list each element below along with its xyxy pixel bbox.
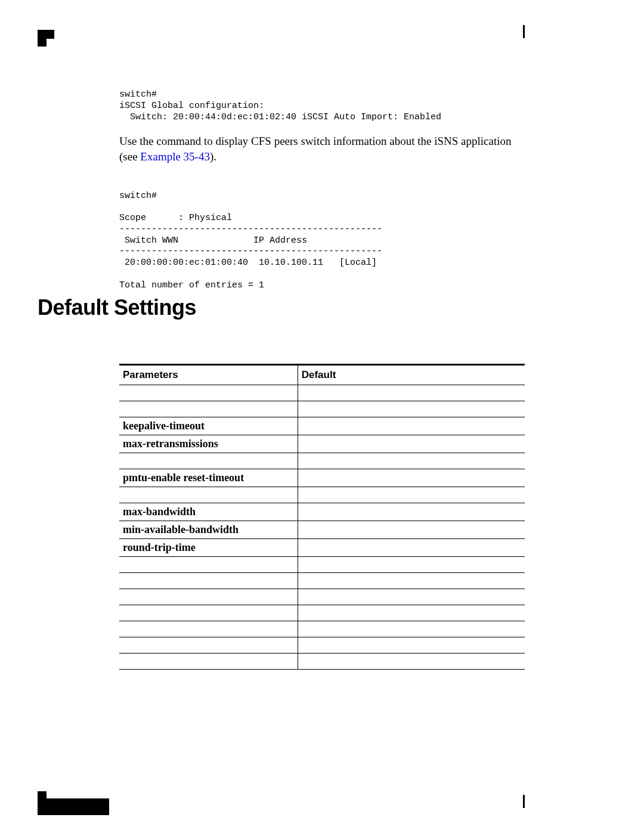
table-cell-default	[298, 521, 525, 539]
table-cell-default	[298, 654, 525, 670]
table-row: max-retransmissions	[119, 435, 525, 453]
table-cell-parameter	[119, 453, 298, 469]
table-cell-default	[298, 539, 525, 557]
table-row	[119, 453, 525, 469]
example-link[interactable]: Example 35-43	[140, 150, 210, 163]
table-cell-parameter: keepalive-timeout	[119, 417, 298, 435]
section-heading: Default Settings	[38, 295, 196, 320]
table-row: keepalive-timeout	[119, 417, 525, 435]
table-row	[119, 385, 525, 401]
table-cell-parameter: round-trip-time	[119, 539, 298, 557]
table-cell-default	[298, 417, 525, 435]
table-cell-default	[298, 401, 525, 417]
table-cell-parameter	[119, 637, 298, 654]
table-row	[119, 605, 525, 621]
code-block-cfs-peers: switch# Scope : Physical ---------------…	[119, 191, 525, 292]
table-row	[119, 573, 525, 589]
table-cell-parameter	[119, 401, 298, 417]
table-cell-default	[298, 573, 525, 589]
table-cell-parameter	[119, 573, 298, 589]
table-cell-default	[298, 469, 525, 487]
table-cell-parameter: min-available-bandwidth	[119, 521, 298, 539]
table-cell-parameter	[119, 589, 298, 605]
content-column: switch# iSCSI Global configuration: Swit…	[119, 89, 525, 291]
table-cell-parameter	[119, 621, 298, 637]
table-row: round-trip-time	[119, 539, 525, 557]
table-row	[119, 401, 525, 417]
crop-mark-bottom-right	[523, 795, 525, 808]
code-block-iscsi-global: switch# iSCSI Global configuration: Swit…	[119, 89, 525, 123]
table-row: max-bandwidth	[119, 503, 525, 521]
default-settings-table: Parameters Default keepalive-timeoutmax-…	[119, 364, 525, 670]
table-cell-default	[298, 385, 525, 401]
table-row	[119, 557, 525, 573]
table-cell-parameter: max-bandwidth	[119, 503, 298, 521]
table-cell-parameter	[119, 557, 298, 573]
table-cell-default	[298, 589, 525, 605]
table-cell-parameter: max-retransmissions	[119, 435, 298, 453]
table-row: pmtu-enable reset-timeout	[119, 469, 525, 487]
table-cell-default	[298, 435, 525, 453]
table-row: min-available-bandwidth	[119, 521, 525, 539]
table-cell-parameter	[119, 654, 298, 670]
table-cell-default	[298, 605, 525, 621]
table-row	[119, 621, 525, 637]
body-paragraph: Use the command to display CFS peers swi…	[119, 134, 525, 164]
default-settings-table-wrapper: Parameters Default keepalive-timeoutmax-…	[119, 364, 525, 670]
table-cell-parameter	[119, 487, 298, 503]
table-cell-parameter	[119, 385, 298, 401]
table-header-parameters: Parameters	[119, 365, 298, 385]
table-header-default: Default	[298, 365, 525, 385]
prose-tail: ).	[210, 150, 216, 163]
table-cell-default	[298, 453, 525, 469]
table-row	[119, 589, 525, 605]
table-cell-default	[298, 621, 525, 637]
corner-square-top-hole	[47, 39, 54, 47]
table-cell-default	[298, 557, 525, 573]
table-cell-default	[298, 637, 525, 654]
table-body: keepalive-timeoutmax-retransmissionspmtu…	[119, 385, 525, 670]
crop-mark-top-right	[523, 25, 525, 38]
table-row	[119, 637, 525, 654]
table-row	[119, 487, 525, 503]
footer-blackbar	[38, 798, 109, 815]
table-cell-parameter: pmtu-enable reset-timeout	[119, 469, 298, 487]
table-cell-default	[298, 503, 525, 521]
table-row	[119, 654, 525, 670]
prose-lead: Use the	[119, 135, 156, 147]
table-cell-parameter	[119, 605, 298, 621]
table-cell-default	[298, 487, 525, 503]
